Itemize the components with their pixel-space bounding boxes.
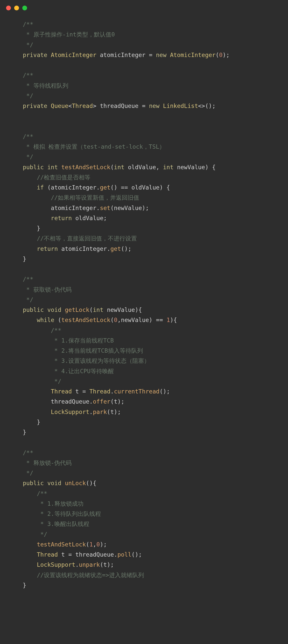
param: newValue [177,164,205,171]
comment-line: * 释放锁-伪代码 [23,460,72,466]
identifier: t [75,388,79,395]
dot: . [89,409,93,415]
keyword: while [37,317,54,323]
dot: . [107,245,110,252]
brace: } [23,419,40,425]
type: Queue [51,103,68,109]
identifier: threadQueue [75,551,114,558]
type: LockSupport [37,561,75,568]
paren: ); [107,561,114,568]
method-call: park [93,409,107,415]
comment-line: /** [23,449,33,456]
comment-line: //如果相等设置新值，并返回旧值 [23,194,139,201]
paren: (); [159,388,170,395]
method-call: set [100,205,111,211]
keyword: if [37,184,44,191]
comment-line: */ [23,296,33,303]
comment-line: */ [23,470,33,476]
keyword: return [51,215,72,221]
comment-line: /** [23,21,33,28]
method-call: unpark [79,561,100,568]
keyword: int [163,164,174,171]
paren: ( [110,398,114,405]
identifier: newValue [121,317,149,323]
comment-line: //不相等，直接返回旧值，不进行设置 [23,235,137,242]
keyword: new [149,103,160,109]
dot: . [89,398,93,405]
paren: () [110,184,117,191]
keyword: void [47,480,61,486]
identifier: t [104,561,107,568]
angle: <> [198,103,205,109]
paren: ( [47,184,51,191]
identifier: threadQueue [51,398,89,405]
method-call: get [110,245,121,252]
comment-line: /** [23,133,33,140]
comment-line: */ [23,154,33,160]
method-name: testAndSetLock [61,164,110,171]
comment-line: * 2.将当前线程TCB插入等待队列 [23,347,143,354]
paren: ) [149,317,153,323]
angle: < [68,103,72,109]
traffic-lights [6,6,27,10]
type: Thread [89,388,110,395]
angle: > [93,103,96,109]
operator: == [156,317,163,323]
paren: (); [205,103,216,109]
comment-line: * 1.保存当前线程TCB [23,337,114,344]
paren: (){ [86,480,96,486]
close-icon[interactable] [6,6,11,10]
comment-line: * 模拟 检查并设置（test-and-set-lock，TSL） [23,143,165,150]
identifier: atomicInteger [100,52,146,58]
number: 0 [96,541,100,548]
brace: { [167,184,170,191]
minimize-icon[interactable] [14,6,19,10]
comma: , [117,317,121,323]
paren: ( [58,317,61,323]
dot: . [110,388,114,395]
keyword: int [47,164,58,171]
keyword: int [93,307,104,313]
identifier: t [110,409,114,415]
comment-line: /** [23,72,33,79]
brace: } [23,256,26,262]
number: 1 [167,317,170,323]
paren: ( [86,541,89,548]
comment-line: //检查旧值是否相等 [23,174,90,181]
dot: . [75,561,79,568]
paren: ); [114,409,121,415]
param: oldValue [128,164,156,171]
paren: ( [110,164,114,171]
maximize-icon[interactable] [22,6,27,10]
identifier: atomicInteger [51,205,96,211]
method-call: testAndSetLock [61,317,110,323]
identifier: t [61,551,65,558]
paren: ); [100,541,107,548]
operator: = [149,52,153,58]
paren: ( [89,307,93,313]
comment-line: * 获取锁-伪代码 [23,286,72,293]
comment-line: * 4.让出CPU等待唤醒 [23,368,114,374]
method-call: offer [93,398,110,405]
operator: = [142,103,146,109]
comment-line: */ [23,42,33,48]
comment-line: * 等待线程队列 [23,82,68,89]
paren: (); [131,551,142,558]
identifier: atomicInteger [61,245,107,252]
type: LockSupport [51,409,89,415]
comment-line: */ [23,378,61,385]
dot: . [96,184,100,191]
paren: ); [117,398,125,405]
method-call: poll [117,551,131,558]
paren: ) [159,184,163,191]
keyword: private [23,52,47,58]
brace: } [23,429,26,435]
comment-line: * 2.等待队列出队线程 [23,510,101,517]
type: AtomicInteger [170,52,216,58]
paren: ( [107,409,110,415]
semi: ; [104,215,107,221]
type: Thread [37,551,58,558]
identifier: threadQueue [100,103,138,109]
keyword: public [23,480,44,486]
keyword: new [156,52,167,58]
